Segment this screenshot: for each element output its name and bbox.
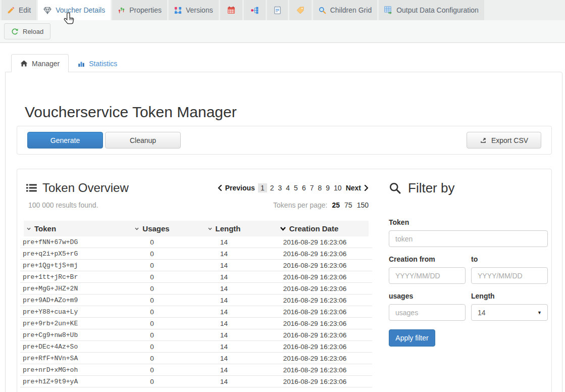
- table-row[interactable]: pre+9AD+AZo+m9 0 14 2016-08-29 16:23:06: [20, 295, 372, 306]
- cleanup-button[interactable]: Cleanup: [105, 132, 181, 149]
- length-select[interactable]: 14 ▼: [471, 304, 548, 321]
- tokens-per-page: Tokens per page: 25 75 150: [273, 201, 369, 209]
- tab-properties[interactable]: Properties: [112, 0, 167, 20]
- main-panel: Voucherservice Token Manager Generate Cl…: [5, 72, 562, 392]
- page-tabs: Manager Statistics: [5, 54, 562, 72]
- tab-statistics[interactable]: Statistics: [69, 54, 126, 72]
- generate-button[interactable]: Generate: [27, 132, 103, 149]
- usages-filter-label: usages: [389, 292, 466, 300]
- token-overview-section: Token Overview Previous 12345678910 Next…: [17, 169, 552, 392]
- length-cell: 14: [180, 331, 268, 339]
- export-csv-button[interactable]: Export CSV: [467, 132, 541, 149]
- length-cell: 14: [180, 355, 268, 362]
- creation-date-cell: 2016-08-29 16:23:06: [268, 308, 372, 316]
- token-filter-input[interactable]: [389, 230, 548, 247]
- table-row[interactable]: pre+fNN+67w+DG 0 14 2016-08-29 16:23:06: [20, 236, 372, 248]
- candlestick-icon: [118, 7, 125, 14]
- tab-manager[interactable]: Manager: [11, 54, 69, 72]
- home-icon: [20, 60, 28, 67]
- token-cell: pre+9rb+2un+KE: [20, 320, 124, 327]
- length-cell: 14: [180, 238, 268, 246]
- creation-date-cell: 2016-08-29 16:23:06: [268, 355, 372, 362]
- usages-filter-input[interactable]: [389, 304, 466, 321]
- page-number[interactable]: 4: [285, 183, 291, 192]
- table-row[interactable]: pre+Y88+cua+Ly 0 14 2016-08-29 16:23:06: [20, 306, 372, 318]
- hierarchy-icon: [251, 7, 259, 14]
- tab-tag[interactable]: [289, 0, 312, 20]
- length-cell: 14: [180, 308, 268, 316]
- apply-filter-button[interactable]: Apply filter: [389, 329, 435, 347]
- reload-label: Reload: [23, 28, 43, 35]
- page-number[interactable]: 10: [333, 183, 343, 192]
- tab-label: Output Data Configuration: [396, 6, 479, 14]
- usages-cell: 0: [124, 320, 180, 327]
- table-header: Token Usages Length Creation Date: [24, 221, 369, 236]
- page-number[interactable]: 1: [258, 183, 267, 192]
- column-header-usages[interactable]: Usages: [124, 224, 180, 233]
- toolbar: Reload: [0, 20, 565, 43]
- tab-label: Manager: [32, 60, 60, 68]
- usages-cell: 0: [124, 297, 180, 304]
- column-header-token[interactable]: Token: [24, 224, 124, 233]
- export-csv-label: Export CSV: [491, 136, 528, 144]
- table-row[interactable]: pre+RfF+NVn+SA 0 14 2016-08-29 16:23:06: [20, 353, 372, 364]
- tab-versions[interactable]: Versions: [169, 0, 219, 20]
- column-header-creation-date[interactable]: Creation Date: [268, 224, 369, 233]
- creation-to-input[interactable]: [471, 267, 548, 284]
- sort-icon-active: [280, 226, 286, 232]
- page-number[interactable]: 6: [301, 183, 307, 192]
- per-page-option[interactable]: 75: [344, 201, 352, 209]
- length-cell: 14: [180, 262, 268, 269]
- table-row[interactable]: pre+1tt+jRc+Br 0 14 2016-08-29 16:23:06: [20, 271, 372, 283]
- page-number[interactable]: 9: [325, 183, 331, 192]
- gem-icon: [43, 7, 52, 14]
- page-number[interactable]: 5: [293, 183, 299, 192]
- tab-edit[interactable]: Edit: [2, 0, 36, 20]
- pagination-next[interactable]: Next: [346, 184, 369, 192]
- per-page-option[interactable]: 150: [357, 201, 369, 209]
- table-row[interactable]: pre+Cg9+nw8+Ub 0 14 2016-08-29 16:23:06: [20, 329, 372, 341]
- table-row[interactable]: pre+MgG+JHZ+2N 0 14 2016-08-29 16:23:06: [20, 283, 372, 295]
- table-row[interactable]: pre+q2i+pX5+rG 0 14 2016-08-29 16:23:06: [20, 248, 372, 260]
- token-cell: pre+nrD+xMG+oh: [20, 366, 124, 374]
- tab-label: Properties: [129, 6, 162, 14]
- table-row[interactable]: pre+DEc+4Az+So 0 14 2016-08-29 16:23:06: [20, 341, 372, 353]
- creation-from-input[interactable]: [389, 267, 466, 284]
- creation-date-cell: 2016-08-29 16:23:06: [268, 378, 372, 385]
- creation-date-cell: 2016-08-29 16:23:06: [268, 250, 372, 258]
- table-row[interactable]: pre+h1Z+9t9+yA 0 14 2016-08-29 16:23:06: [20, 376, 372, 387]
- usages-cell: 0: [124, 331, 180, 339]
- creation-date-cell: 2016-08-29 16:23:06: [268, 366, 372, 374]
- table-row[interactable]: pre+nrD+xMG+oh 0 14 2016-08-29 16:23:06: [20, 364, 372, 376]
- creation-date-cell: 2016-08-29 16:23:06: [268, 320, 372, 327]
- column-header-length[interactable]: Length: [180, 224, 268, 233]
- tab-label: Versions: [186, 6, 213, 14]
- list-icon: [26, 183, 37, 192]
- pagination-previous[interactable]: Previous: [218, 184, 255, 192]
- usages-cell: 0: [124, 366, 180, 374]
- creation-date-cell: 2016-08-29 16:23:06: [268, 297, 372, 304]
- tab-output-data-configuration[interactable]: Output Data Configuration: [379, 0, 484, 20]
- token-cell: pre+MgG+JHZ+2N: [20, 285, 124, 292]
- tab-hierarchy[interactable]: [244, 0, 266, 20]
- table-row[interactable]: pre+1Qg+tjS+mj 0 14 2016-08-29 16:23:06: [20, 260, 372, 271]
- page-number[interactable]: 8: [317, 183, 323, 192]
- creation-date-cell: 2016-08-29 16:23:06: [268, 285, 372, 292]
- page-number[interactable]: 3: [277, 183, 283, 192]
- to-label: to: [471, 255, 548, 263]
- tab-calendar[interactable]: [220, 0, 242, 20]
- table-row[interactable]: pre+9rb+2un+KE 0 14 2016-08-29 16:23:06: [20, 318, 372, 329]
- token-cell: pre+Y88+cua+Ly: [20, 308, 124, 316]
- sort-icon: [26, 226, 31, 231]
- tab-label: Edit: [19, 6, 31, 14]
- page-number[interactable]: 7: [309, 183, 315, 192]
- per-page-option[interactable]: 25: [332, 201, 340, 209]
- usages-cell: 0: [124, 355, 180, 362]
- actions-box: Generate Cleanup Export CSV: [17, 126, 552, 155]
- page-number[interactable]: 2: [269, 183, 275, 192]
- usages-cell: 0: [124, 250, 180, 258]
- reload-button[interactable]: Reload: [4, 23, 50, 39]
- tab-clipboard[interactable]: [267, 0, 288, 20]
- token-cell: pre+9AD+AZo+m9: [20, 297, 124, 304]
- tab-children-grid[interactable]: Children Grid: [313, 0, 377, 20]
